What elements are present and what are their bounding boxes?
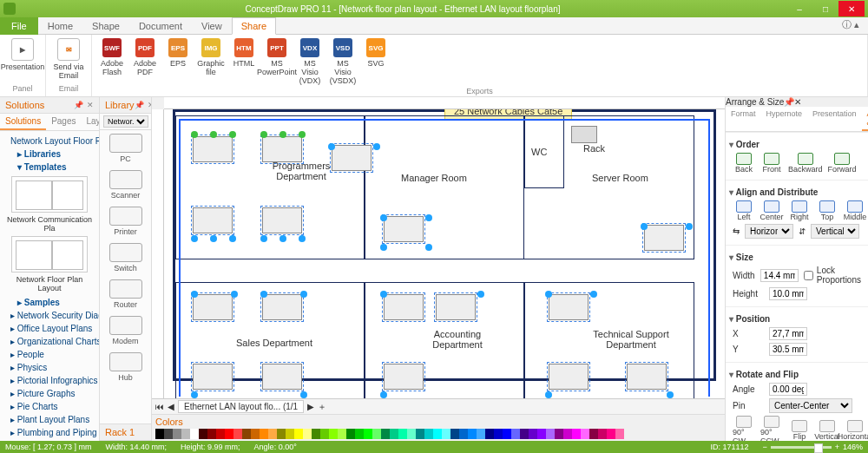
solutions-tree[interactable]: Network Layout Floor Plans ▸ Libraries ▾… xyxy=(0,131,99,441)
pc-shape[interactable] xyxy=(332,145,372,171)
tree-node[interactable]: ▸ Plant Layout Plans xyxy=(3,413,95,426)
pc-shape[interactable] xyxy=(549,294,589,320)
color-swatch[interactable] xyxy=(268,429,277,439)
align-center[interactable]: Center xyxy=(760,200,783,221)
pc-shape[interactable] xyxy=(384,216,424,242)
pin-select[interactable]: Center-Center xyxy=(769,398,852,413)
section-order[interactable]: Order xyxy=(729,140,861,149)
library-item-scanner[interactable]: Scanner xyxy=(100,167,151,203)
export-pdf[interactable]: PDFAdobe PDF xyxy=(130,38,160,85)
library-item-hub[interactable]: Hub xyxy=(100,349,151,385)
pc-shape[interactable] xyxy=(262,294,302,320)
tab-shape[interactable]: Shape xyxy=(82,17,129,35)
flip-vertical[interactable]: Vertical xyxy=(816,420,838,441)
zoom-in[interactable]: + xyxy=(835,443,839,451)
color-swatch[interactable] xyxy=(390,429,398,439)
color-swatch[interactable] xyxy=(346,429,355,439)
color-swatch[interactable] xyxy=(424,429,433,439)
library-item-printer[interactable]: Printer xyxy=(100,203,151,240)
export-graphic[interactable]: IMGGraphic file xyxy=(196,38,226,85)
color-swatch[interactable] xyxy=(581,429,589,439)
tree-node[interactable]: ▸ Network Security Diagrams xyxy=(3,309,95,322)
tree-node-samples[interactable]: ▸ Samples xyxy=(3,296,95,309)
color-swatch[interactable] xyxy=(164,429,173,439)
order-forward[interactable]: Forward xyxy=(828,153,857,174)
color-swatch[interactable] xyxy=(442,429,450,439)
color-swatch[interactable] xyxy=(477,429,485,439)
flip[interactable]: Flip xyxy=(788,420,811,441)
color-swatch[interactable] xyxy=(450,429,459,439)
tree-node[interactable]: ▸ Plumbing and Piping Plans xyxy=(3,426,95,439)
color-swatch[interactable] xyxy=(181,429,190,439)
tree-node[interactable]: Network Layout Floor Plans xyxy=(3,135,95,148)
distribute-h-select[interactable]: Horizontal xyxy=(745,224,793,239)
pc-shape[interactable] xyxy=(384,294,424,320)
library-item-switch[interactable]: Switch xyxy=(100,240,151,276)
color-swatch[interactable] xyxy=(511,429,520,439)
distribute-v-icon[interactable]: ⇵ xyxy=(799,226,806,236)
color-palette[interactable] xyxy=(155,429,721,439)
color-swatch[interactable] xyxy=(355,429,364,439)
subtab-arrange[interactable]: Arrange & Size xyxy=(862,107,868,131)
library-rack-header[interactable]: Rack 1 xyxy=(100,423,151,441)
color-swatch[interactable] xyxy=(407,429,416,439)
color-swatch[interactable] xyxy=(260,429,268,439)
color-swatch[interactable] xyxy=(381,429,390,439)
color-swatch[interactable] xyxy=(529,429,537,439)
color-swatch[interactable] xyxy=(286,429,294,439)
tree-node[interactable]: ▸ Pictorial Infographics xyxy=(3,374,95,387)
distribute-v-select[interactable]: Vertical xyxy=(811,224,859,239)
minimize-button[interactable]: – xyxy=(786,1,812,16)
tab-home[interactable]: Home xyxy=(38,17,82,35)
subtab-pages[interactable]: Pages xyxy=(46,114,81,130)
color-swatch[interactable] xyxy=(589,429,598,439)
close-panel-icon[interactable]: ✕ xyxy=(87,101,94,109)
y-input[interactable] xyxy=(769,343,807,356)
color-swatch[interactable] xyxy=(199,429,207,439)
tree-node[interactable]: ▸ Picture Graphs xyxy=(3,387,95,400)
pc-shape[interactable] xyxy=(262,207,302,233)
flip-horizontal[interactable]: Horizontal xyxy=(844,420,866,441)
color-swatch[interactable] xyxy=(294,429,303,439)
color-swatch[interactable] xyxy=(563,429,572,439)
color-swatch[interactable] xyxy=(364,429,372,439)
pin-icon[interactable]: 📌 xyxy=(135,101,144,109)
export-vdx[interactable]: VDXMS Visio (VDX) xyxy=(295,38,325,85)
color-swatch[interactable] xyxy=(520,429,529,439)
color-swatch[interactable] xyxy=(555,429,563,439)
distribute-h-icon[interactable]: ⇆ xyxy=(733,226,740,236)
export-ppt[interactable]: PPTMS PowerPoint xyxy=(262,38,292,85)
x-input[interactable] xyxy=(769,327,807,340)
subtab-format[interactable]: Format xyxy=(726,107,761,131)
export-vsdx[interactable]: VSDMS Visio (VSDX) xyxy=(328,38,358,85)
color-swatch[interactable] xyxy=(398,429,407,439)
color-swatch[interactable] xyxy=(598,429,607,439)
subtab-solutions[interactable]: Solutions xyxy=(0,114,46,130)
help-icon[interactable]: ⓘ ▴ xyxy=(833,16,868,34)
order-front[interactable]: Front xyxy=(760,153,783,174)
library-items[interactable]: PC Scanner Printer Switch Router Modem H… xyxy=(100,130,151,423)
tree-node[interactable]: ▸ People xyxy=(3,348,95,361)
color-swatch[interactable] xyxy=(277,429,286,439)
tree-node-templates[interactable]: ▾ Templates xyxy=(3,161,95,174)
order-backward[interactable]: Backward xyxy=(788,153,823,174)
section-position[interactable]: Position xyxy=(729,314,861,324)
color-swatch[interactable] xyxy=(233,429,242,439)
tree-node[interactable]: ▸ Physics xyxy=(3,361,95,374)
maximize-button[interactable]: □ xyxy=(812,1,838,16)
subtab-layers[interactable]: Layers xyxy=(82,114,101,130)
sheet-tab[interactable]: Ethernet LAN layout flo... (1/1 xyxy=(178,400,304,413)
sheet-nav-next[interactable]: ▶ xyxy=(307,402,314,411)
pin-icon[interactable]: 📌 xyxy=(74,101,83,109)
align-left[interactable]: Left xyxy=(733,200,755,221)
order-back[interactable]: Back xyxy=(733,153,755,174)
export-svg[interactable]: SVGSVG xyxy=(361,38,391,85)
send-email-button[interactable]: ✉Send via Email xyxy=(51,38,86,82)
color-swatch[interactable] xyxy=(546,429,555,439)
template-thumb[interactable] xyxy=(11,236,88,272)
color-swatch[interactable] xyxy=(190,429,199,439)
export-eps[interactable]: EPSEPS xyxy=(163,38,193,85)
tree-node[interactable]: ▸ Organizational Charts xyxy=(3,335,95,348)
pc-shape[interactable] xyxy=(644,225,684,251)
color-swatch[interactable] xyxy=(503,429,511,439)
